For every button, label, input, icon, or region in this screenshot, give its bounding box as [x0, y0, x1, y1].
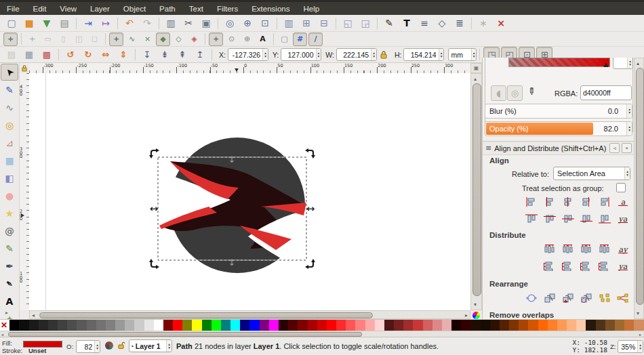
palette-swatch[interactable]	[288, 320, 298, 331]
alpha-input[interactable]: ▴▾	[613, 58, 633, 69]
lower-icon[interactable]: ⇟	[157, 47, 173, 62]
rotate-ccw-icon[interactable]: ↺	[62, 47, 79, 62]
selector-tool[interactable]: ➤	[1, 64, 18, 81]
rectangle-tool[interactable]: ■	[1, 152, 18, 169]
palette-swatch[interactable]	[557, 320, 567, 331]
skew-handle-left[interactable]: ↔	[150, 203, 159, 215]
palette-swatch[interactable]	[528, 320, 538, 331]
eyedropper-icon[interactable]: ✐	[525, 84, 538, 98]
palette-swatch[interactable]	[615, 320, 624, 331]
palette-swatch[interactable]	[605, 320, 615, 331]
current-layer-select[interactable]: • Layer 1 ▴▾	[129, 339, 172, 352]
fill-stroke-dialog-icon[interactable]: ✎	[381, 16, 397, 31]
align-left-edges-icon[interactable]	[542, 195, 558, 209]
cut-icon[interactable]: ✂	[180, 16, 197, 31]
new-document-icon[interactable]: ▢	[3, 16, 20, 31]
palette-swatch[interactable]	[230, 320, 240, 331]
blur-spinner[interactable]: ▴▾	[626, 104, 632, 118]
snap-bbox-icon[interactable]: +	[25, 33, 39, 46]
group-icon[interactable]: ◲	[357, 16, 374, 31]
zoom-input[interactable]: 35% ▴▾	[618, 340, 643, 353]
palette-swatch[interactable]	[19, 320, 28, 331]
palette-swatch[interactable]	[58, 320, 67, 331]
palette-swatch[interactable]	[403, 320, 413, 331]
snap-guide-icon[interactable]: ∕	[308, 33, 323, 46]
align-right-edges-icon[interactable]	[578, 195, 595, 209]
palette-swatch[interactable]	[596, 320, 605, 331]
palette-swatch[interactable]	[490, 320, 500, 331]
horizontal-ruler[interactable]: -300-250-200-150-100-5005010015020025030…	[29, 63, 470, 74]
palette-swatch[interactable]	[221, 320, 230, 331]
palette-swatch[interactable]	[384, 320, 394, 331]
flip-horizontal-icon[interactable]: ⇔	[98, 47, 114, 62]
palette-swatch[interactable]	[308, 320, 317, 331]
palette-swatch[interactable]	[481, 320, 490, 331]
menu-edit[interactable]: Edit	[26, 5, 54, 13]
distribute-left-edges-icon[interactable]	[542, 243, 558, 256]
snap-midpoint-icon[interactable]: ◈	[187, 33, 201, 46]
palette-swatch[interactable]	[163, 320, 173, 331]
palette-swatch[interactable]	[317, 320, 327, 331]
object-opacity-input[interactable]: 82 ▴▾	[76, 340, 100, 353]
relative-to-spinner[interactable]: ▴▾	[624, 167, 630, 180]
layer-lock-icon[interactable]	[117, 341, 125, 351]
snap-grid-icon[interactable]: #	[293, 33, 307, 46]
spiral-tool[interactable]: @	[1, 222, 18, 239]
treat-as-group-checkbox[interactable]	[616, 183, 626, 192]
vertical-ruler[interactable]: 4 0 03 0 02 0 01 0 0	[19, 73, 30, 310]
xml-editor-icon[interactable]: ◇	[434, 16, 450, 31]
palette-swatch[interactable]	[182, 320, 192, 331]
exchange-positions-icon[interactable]	[542, 291, 558, 305]
align-left-to-right-edge-icon[interactable]	[597, 195, 613, 209]
exchange-clockwise-icon[interactable]	[578, 291, 595, 305]
ellipse-tool[interactable]: ●	[1, 187, 18, 204]
palette-swatch[interactable]	[576, 320, 586, 331]
zoom-drawing-icon[interactable]: ⊕	[239, 16, 256, 31]
menu-path[interactable]: Path	[153, 5, 182, 13]
align-bottom-edges-icon[interactable]	[578, 212, 595, 226]
vertical-scrollbar[interactable]: ▴ ▾	[470, 73, 482, 310]
distribute-horizontal-gaps-icon[interactable]	[597, 243, 613, 256]
palette-swatch[interactable]	[451, 320, 461, 331]
menu-layer[interactable]: Layer	[83, 5, 117, 13]
vertical-scrollbar-thumb[interactable]	[472, 83, 481, 296]
lock-ratio-icon[interactable]	[380, 50, 388, 59]
palette-swatch[interactable]	[470, 320, 480, 331]
skew-handle-right[interactable]: ↔	[306, 203, 315, 215]
snap-bbox-edge-icon[interactable]: ▭	[41, 33, 55, 46]
palette-swatch[interactable]	[125, 320, 134, 331]
snap-others-icon[interactable]: +	[209, 33, 223, 46]
h-input[interactable]: 154.214 ▴▾	[403, 48, 444, 61]
palette-swatch[interactable]	[192, 320, 201, 331]
snap-bbox-corner-icon[interactable]: ▯	[56, 33, 71, 46]
redo-icon[interactable]: ↷	[139, 16, 155, 31]
toolbox-overflow-icon[interactable]: ▸	[5, 310, 8, 316]
alpha-slider-thumb[interactable]	[603, 63, 609, 67]
snap-object-center-icon[interactable]: ⊙	[224, 33, 239, 46]
align-text-anchor-horizontal-icon[interactable]: a	[615, 195, 631, 209]
select-all-icon[interactable]: ▤	[3, 47, 20, 62]
snap-bbox-edge-mid-icon[interactable]: ◫	[72, 33, 86, 46]
w-spinner[interactable]: ▴▾	[371, 49, 376, 60]
palette-swatch[interactable]	[173, 320, 182, 331]
node-editor-tool[interactable]: ✎	[1, 81, 18, 98]
distribute-text-anchors-horizontal-icon[interactable]: ay	[615, 243, 631, 256]
text-dialog-icon[interactable]: T	[399, 16, 415, 31]
snap-smooth-node-icon[interactable]: ◇	[172, 33, 186, 46]
palette-swatch[interactable]	[375, 320, 384, 331]
x-spinner[interactable]: ▴▾	[262, 49, 268, 60]
opacity-slider[interactable]: Opacity (%) 82.0 ▴▾	[485, 121, 632, 136]
palette-swatch[interactable]	[29, 320, 39, 331]
unit-select[interactable]: mm ▴▾	[448, 48, 477, 61]
duplicate-icon[interactable]: ▥	[281, 16, 297, 31]
distribute-text-anchors-vertical-icon[interactable]: ya	[615, 259, 631, 273]
align-bottom-to-top-edge-icon[interactable]	[523, 212, 540, 226]
blur-slider[interactable]: Blur (%) 0.0 ▴▾	[485, 104, 632, 119]
skew-handle-bottom[interactable]: ↕	[228, 257, 236, 268]
align-center-horizontal-axis-icon[interactable]	[560, 212, 576, 226]
palette-swatch-none[interactable]	[0, 320, 9, 331]
palette-swatch[interactable]	[115, 320, 125, 331]
menu-text[interactable]: Text	[182, 5, 210, 13]
unlink-clone-icon[interactable]: ⊟	[316, 16, 332, 31]
palette-swatch[interactable]	[423, 320, 432, 331]
